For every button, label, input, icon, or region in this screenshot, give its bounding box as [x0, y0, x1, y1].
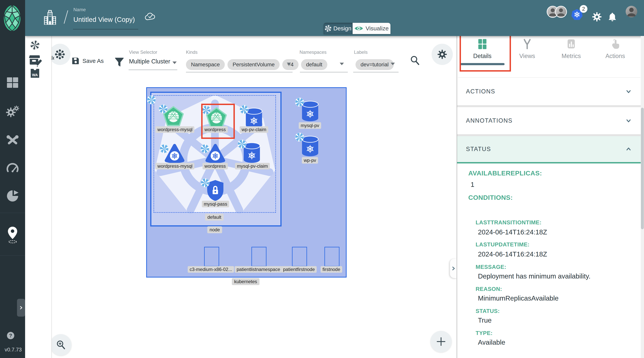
view-selector-caret-icon[interactable]: [172, 62, 177, 64]
status-key: TYPE:: [476, 330, 492, 336]
node-infra-firstnode[interactable]: [324, 247, 340, 267]
node-service-wordpress[interactable]: [205, 143, 226, 164]
notifications-bell-icon[interactable]: [608, 12, 617, 22]
design-tool-icon[interactable]: [30, 41, 40, 50]
metrics-icon: [566, 39, 576, 50]
labels-caret-icon[interactable]: [391, 63, 395, 65]
sidebar-item-lifecycle[interactable]: [0, 105, 25, 117]
node-deployment-wordpress-mysql[interactable]: [162, 106, 184, 127]
status-value: Available: [478, 338, 505, 346]
node-secret-mysql-pass[interactable]: [206, 179, 225, 202]
section-divider: [457, 105, 641, 107]
view-selector-underline: [128, 70, 177, 70]
components-drawer-icon[interactable]: [29, 55, 43, 67]
node-service-wordpress-mysql[interactable]: [164, 143, 185, 164]
meshery-badge-icon: [295, 133, 304, 142]
node-pv-mysql-pv[interactable]: [300, 100, 320, 122]
node-label: mysql-pass: [202, 201, 229, 207]
save-as-label[interactable]: Save As: [82, 58, 104, 64]
cluster-label: kubernetes: [232, 278, 260, 285]
meshery-logo[interactable]: [4, 5, 21, 31]
kind-chip[interactable]: PersistentVolume: [228, 59, 280, 70]
status-value: 2024-06-14T16:24:18Z: [478, 228, 547, 236]
kinds-chips: Namespace PersistentVolume +4: [186, 59, 298, 70]
node-label: wordpress-mysql: [156, 126, 194, 133]
settings-gear-icon[interactable]: [592, 12, 602, 22]
node-pv-wp-pv[interactable]: [300, 135, 320, 157]
status-key: CONDITIONS:: [468, 194, 513, 201]
view-selector-label: View Selector: [129, 50, 157, 55]
meshery-kanvas-app: Name Design Visualize: [0, 0, 644, 358]
node-label: c3-medium-x86-02...: [188, 266, 234, 273]
namespace-chip[interactable]: default: [301, 59, 327, 70]
save-as-icon[interactable]: [72, 57, 80, 65]
wasm-filters-icon[interactable]: WA: [30, 68, 40, 78]
filter-funnel-icon[interactable]: [115, 58, 124, 67]
tab-views[interactable]: Views: [505, 39, 550, 60]
node-infra-patientfirstnode[interactable]: [292, 247, 307, 267]
sidebar-item-kanvas-active[interactable]: [0, 226, 25, 245]
node-pvc-mysql-pv-claim[interactable]: [242, 142, 262, 164]
merge-toggle-button[interactable]: [52, 44, 70, 65]
status-section-title: STATUS: [466, 146, 491, 153]
label-chip[interactable]: dev=tutorial: [356, 59, 394, 70]
user-avatar[interactable]: [626, 6, 637, 18]
accordion-status[interactable]: STATUS: [457, 136, 641, 162]
sidebar-item-extensions[interactable]: [0, 190, 25, 202]
panel-collapse-button[interactable]: [450, 259, 456, 278]
labels-underline: [353, 72, 398, 72]
meshery-badge-icon: [238, 140, 246, 148]
sidebar-divider: [0, 213, 25, 213]
help-button[interactable]: ?: [7, 332, 14, 339]
visualization-canvas[interactable]: New Save As: [52, 36, 456, 358]
canvas-settings-button[interactable]: [432, 44, 453, 65]
cloud-save-status-icon[interactable]: [145, 12, 156, 21]
context-count-badge: 2: [580, 5, 588, 13]
meshery-badge-icon: [200, 144, 209, 153]
view-selector-value[interactable]: Multiple Cluster: [129, 58, 170, 65]
labels-label: Labels: [354, 50, 368, 55]
sidebar-expand-button[interactable]: [17, 299, 25, 317]
node-label: wordpress-mysql: [156, 163, 194, 169]
node-label: wordpress: [202, 163, 228, 169]
sidebar-item-performance[interactable]: [0, 162, 25, 174]
actions-section-title: ACTIONS: [466, 88, 495, 95]
view-name-input[interactable]: [73, 16, 138, 24]
node-infra-namespace[interactable]: [252, 247, 266, 267]
tab-actions[interactable]: Actions: [593, 39, 638, 60]
help-label: ?: [9, 333, 12, 339]
collaborator-avatar[interactable]: [556, 7, 566, 17]
highlight-box-details-tab: [460, 35, 511, 72]
status-value: 2024-06-14T16:24:18Z: [478, 250, 547, 258]
tab-design[interactable]: Design: [324, 23, 352, 34]
organization-icon[interactable]: [44, 10, 56, 25]
tab-visualize[interactable]: Visualize: [352, 23, 390, 34]
kinds-caret-icon[interactable]: [287, 63, 291, 65]
views-icon: [522, 39, 532, 50]
sidebar-item-configuration[interactable]: [0, 134, 25, 146]
status-key: AVAILABLEREPLICAS:: [468, 169, 542, 177]
zoom-in-button[interactable]: [52, 334, 72, 355]
kind-chip[interactable]: Namespace: [186, 59, 225, 70]
tab-design-label: Design: [333, 25, 351, 32]
tab-views-label: Views: [505, 53, 550, 60]
kinds-underline: [186, 72, 292, 72]
search-icon[interactable]: [410, 55, 420, 65]
name-input-underline: [73, 29, 138, 29]
sidebar-item-dashboard[interactable]: [0, 77, 25, 89]
node-label: mysql-pv-claim: [235, 163, 270, 169]
tab-actions-label: Actions: [593, 53, 638, 60]
node-pvc-wp-pv-claim[interactable]: [244, 107, 264, 129]
new-button-label[interactable]: New: [52, 55, 54, 61]
panel-scrollbar-thumb[interactable]: [641, 108, 644, 229]
tab-metrics[interactable]: Metrics: [549, 39, 594, 60]
namespaces-caret-icon[interactable]: [340, 63, 344, 65]
node-label: firstnode: [320, 266, 342, 273]
node-infra-machine[interactable]: [204, 247, 219, 267]
accordion-actions[interactable]: ACTIONS: [457, 78, 641, 105]
add-node-button[interactable]: [430, 331, 452, 352]
accordion-annotations[interactable]: ANNOTATIONS: [457, 107, 641, 134]
meshery-badge-icon: [159, 104, 168, 113]
node-group-label: node: [207, 226, 222, 233]
node-label: patientfirstnode: [281, 266, 317, 273]
